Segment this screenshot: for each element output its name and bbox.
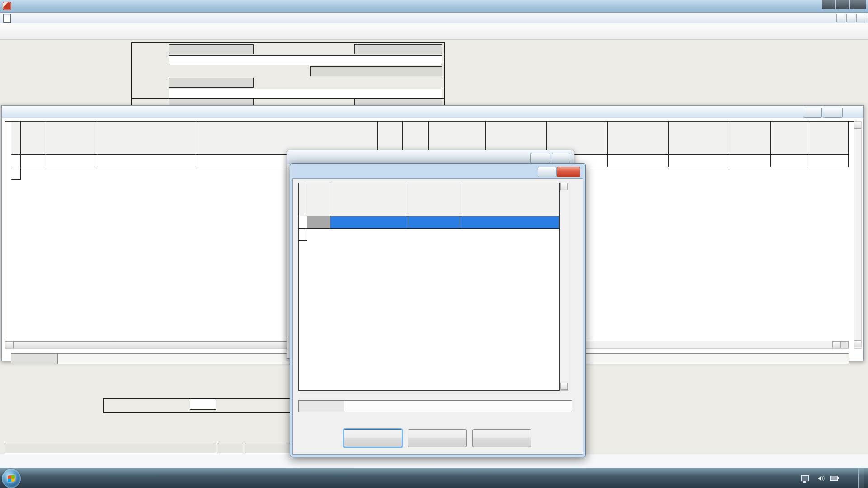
products-pager — [11, 354, 58, 364]
col-vat-rate[interactable] — [729, 122, 771, 155]
menu-bar — [0, 13, 868, 24]
scroll-corner — [840, 341, 849, 348]
v-scrollbar[interactable] — [854, 121, 862, 349]
cell-n[interactable] — [21, 155, 44, 167]
status-cell-empty — [5, 443, 216, 454]
windows-logo-icon — [8, 475, 15, 482]
col-marker — [11, 122, 21, 155]
dcell-n[interactable] — [307, 216, 330, 229]
col-quantity[interactable] — [608, 122, 669, 155]
cell-vat-incl[interactable] — [771, 155, 807, 167]
advances-field[interactable] — [190, 399, 216, 410]
start-button[interactable] — [2, 469, 21, 488]
products-window-titlebar[interactable] — [2, 106, 863, 118]
shipping-dialog-help-icon[interactable] — [538, 167, 557, 177]
shipping-scroll-up-icon[interactable] — [560, 183, 568, 190]
scroll-up-icon[interactable] — [854, 122, 861, 129]
col-kind[interactable] — [44, 122, 95, 155]
show-desktop-button[interactable] — [858, 468, 864, 488]
cancel-button[interactable] — [408, 429, 467, 447]
find-button[interactable] — [472, 429, 531, 447]
dcell-doc-number[interactable] — [460, 216, 559, 229]
toolbar — [0, 23, 868, 40]
col-sale-sum[interactable] — [669, 122, 729, 155]
scroll-down-icon[interactable] — [854, 340, 861, 347]
minimize-icon[interactable] — [822, 0, 835, 9]
status-cell-small — [218, 443, 243, 454]
shipping-pager — [299, 401, 344, 412]
document-icon — [3, 14, 11, 23]
dcol-doc-name[interactable] — [330, 183, 408, 216]
system-tray: )) — [789, 468, 868, 488]
shipping-docs-table — [298, 183, 560, 391]
volume-icon[interactable]: )) — [815, 476, 825, 481]
cell-account[interactable] — [95, 155, 198, 167]
battery-icon[interactable] — [830, 476, 838, 481]
cell-kind[interactable] — [44, 155, 95, 167]
app-titlebar — [0, 0, 868, 13]
caption-buttons — [821, 0, 866, 9]
row-marker-icon — [11, 155, 21, 167]
taskbar: )) — [0, 468, 868, 488]
bank-field[interactable] — [169, 89, 442, 99]
shipping-v-scrollbar[interactable] — [560, 183, 568, 391]
shipping-dialog-close-icon[interactable] — [557, 167, 580, 177]
products-close-icon[interactable] — [823, 108, 843, 118]
network-icon[interactable] — [801, 475, 809, 481]
shipping-scroll-down-icon[interactable] — [560, 383, 568, 390]
mdi-close-icon[interactable] — [856, 14, 865, 22]
bank-code-field[interactable] — [169, 78, 254, 88]
empty-marker-cell — [11, 167, 21, 180]
mdi-restore-icon[interactable] — [846, 14, 855, 22]
ok-button[interactable] — [344, 429, 402, 447]
restore-icon[interactable] — [836, 0, 849, 9]
drow-marker-icon — [299, 216, 307, 229]
field-dialog-help-icon[interactable] — [530, 153, 550, 163]
col-account[interactable] — [95, 122, 198, 155]
shipping-pager-bar — [298, 400, 572, 412]
cell-quantity[interactable] — [608, 155, 669, 167]
col-n[interactable] — [21, 122, 44, 155]
dcol-n[interactable] — [307, 183, 330, 216]
supplier-code-field[interactable] — [169, 44, 254, 54]
mdi-minimize-icon[interactable] — [836, 14, 845, 22]
app-icon — [3, 2, 11, 10]
scroll-right-icon[interactable] — [832, 341, 840, 348]
dcell-doc-name[interactable] — [330, 216, 408, 229]
dcell-doc-date[interactable] — [408, 216, 460, 229]
cell-excise[interactable] — [807, 155, 849, 167]
supplier-name-field[interactable] — [169, 55, 442, 65]
mdi-buttons — [836, 14, 865, 22]
dcol-doc-date[interactable] — [408, 183, 460, 216]
cell-vat-rate[interactable] — [729, 155, 771, 167]
products-help-icon[interactable] — [803, 108, 822, 118]
desktop: )) — [0, 0, 868, 488]
col-vat-incl[interactable] — [771, 122, 807, 155]
field-dialog-close-icon[interactable] — [552, 153, 570, 163]
scroll-left-icon[interactable] — [5, 341, 13, 348]
col-excise[interactable] — [807, 122, 849, 155]
cell-sale-sum[interactable] — [669, 155, 729, 167]
d-empty-marker-cell — [299, 229, 307, 241]
dcol-doc-number[interactable] — [460, 183, 559, 216]
close-icon[interactable] — [850, 0, 866, 9]
customer-field[interactable] — [310, 66, 442, 76]
dcol-marker — [299, 183, 307, 216]
supplier-account-field[interactable] — [354, 44, 442, 54]
